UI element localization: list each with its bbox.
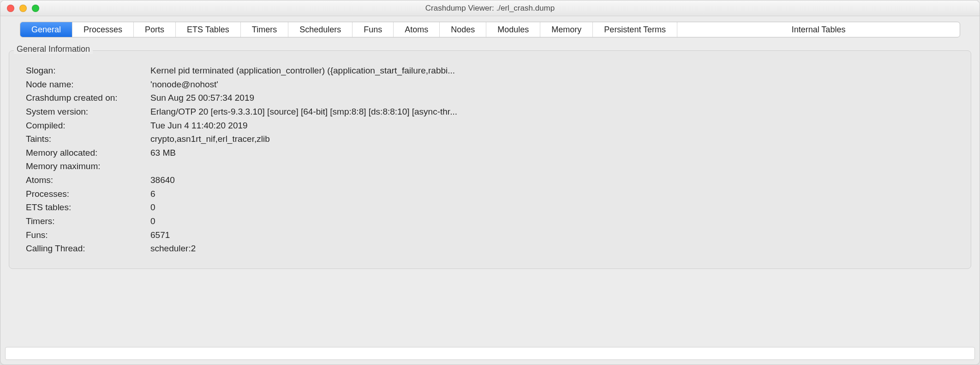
value-crashdump-created-on: Sun Aug 25 00:57:34 2019	[150, 92, 954, 104]
value-taints: crypto,asn1rt_nif,erl_tracer,zlib	[150, 133, 954, 145]
tab-label: Persistent Terms	[604, 25, 666, 35]
label-memory-maximum: Memory maximum:	[26, 160, 146, 172]
tab-funs[interactable]: Funs	[353, 22, 394, 37]
tab-ports[interactable]: Ports	[134, 22, 176, 37]
titlebar: Crashdump Viewer: ./erl_crash.dump	[0, 0, 980, 16]
tab-modules[interactable]: Modules	[486, 22, 540, 37]
info-table: Slogan: Kernel pid terminated (applicati…	[26, 65, 954, 255]
tab-label: Funs	[364, 25, 382, 35]
zoom-window-button[interactable]	[32, 5, 39, 12]
tab-label: Timers	[252, 25, 277, 35]
label-atoms: Atoms:	[26, 174, 146, 186]
value-funs: 6571	[150, 229, 954, 241]
tab-label: Nodes	[451, 25, 475, 35]
label-crashdump-created-on: Crashdump created on:	[26, 92, 146, 104]
tab-schedulers[interactable]: Schedulers	[288, 22, 353, 37]
value-calling-thread: scheduler:2	[150, 243, 954, 255]
value-ets-tables: 0	[150, 201, 954, 213]
value-node-name: 'nonode@nohost'	[150, 79, 954, 91]
tab-label: Ports	[145, 25, 164, 35]
value-memory-maximum	[150, 160, 954, 172]
traffic-lights	[7, 5, 39, 12]
tab-label: Atoms	[405, 25, 428, 35]
tab-label: Internal Tables	[792, 25, 846, 35]
close-window-button[interactable]	[7, 5, 14, 12]
tab-label: General	[31, 25, 61, 35]
tab-label: Modules	[497, 25, 529, 35]
tab-memory[interactable]: Memory	[540, 22, 593, 37]
window: Crashdump Viewer: ./erl_crash.dump Gener…	[0, 0, 980, 365]
label-taints: Taints:	[26, 133, 146, 145]
label-memory-allocated: Memory allocated:	[26, 147, 146, 159]
tab-label: ETS Tables	[187, 25, 229, 35]
status-bar	[5, 347, 975, 360]
label-ets-tables: ETS tables:	[26, 201, 146, 213]
value-atoms: 38640	[150, 174, 954, 186]
tab-nodes[interactable]: Nodes	[440, 22, 486, 37]
tab-general[interactable]: General	[20, 22, 72, 37]
value-compiled: Tue Jun 4 11:40:20 2019	[150, 120, 954, 132]
value-timers: 0	[150, 215, 954, 227]
tab-label: Processes	[84, 25, 122, 35]
tab-ets-tables[interactable]: ETS Tables	[176, 22, 241, 37]
label-funs: Funs:	[26, 229, 146, 241]
value-system-version: Erlang/OTP 20 [erts-9.3.3.10] [source] […	[150, 106, 954, 118]
label-calling-thread: Calling Thread:	[26, 243, 146, 255]
tab-label: Schedulers	[299, 25, 341, 35]
label-timers: Timers:	[26, 215, 146, 227]
label-compiled: Compiled:	[26, 120, 146, 132]
minimize-window-button[interactable]	[19, 5, 27, 12]
general-information-group: General Information Slogan: Kernel pid t…	[9, 50, 971, 269]
tab-processes[interactable]: Processes	[72, 22, 134, 37]
tab-atoms[interactable]: Atoms	[394, 22, 440, 37]
label-processes: Processes:	[26, 188, 146, 200]
label-node-name: Node name:	[26, 79, 146, 91]
tab-timers[interactable]: Timers	[241, 22, 288, 37]
value-processes: 6	[150, 188, 954, 200]
value-slogan: Kernel pid terminated (application_contr…	[150, 65, 954, 77]
label-system-version: System version:	[26, 106, 146, 118]
window-title: Crashdump Viewer: ./erl_crash.dump	[0, 4, 980, 13]
value-memory-allocated: 63 MB	[150, 147, 954, 159]
label-slogan: Slogan:	[26, 65, 146, 77]
tab-persistent-terms[interactable]: Persistent Terms	[593, 22, 677, 37]
group-title: General Information	[14, 44, 93, 54]
tabbar: General Processes Ports ETS Tables Timer…	[20, 22, 960, 37]
tab-label: Memory	[551, 25, 581, 35]
tab-internal-tables[interactable]: Internal Tables	[677, 22, 960, 37]
